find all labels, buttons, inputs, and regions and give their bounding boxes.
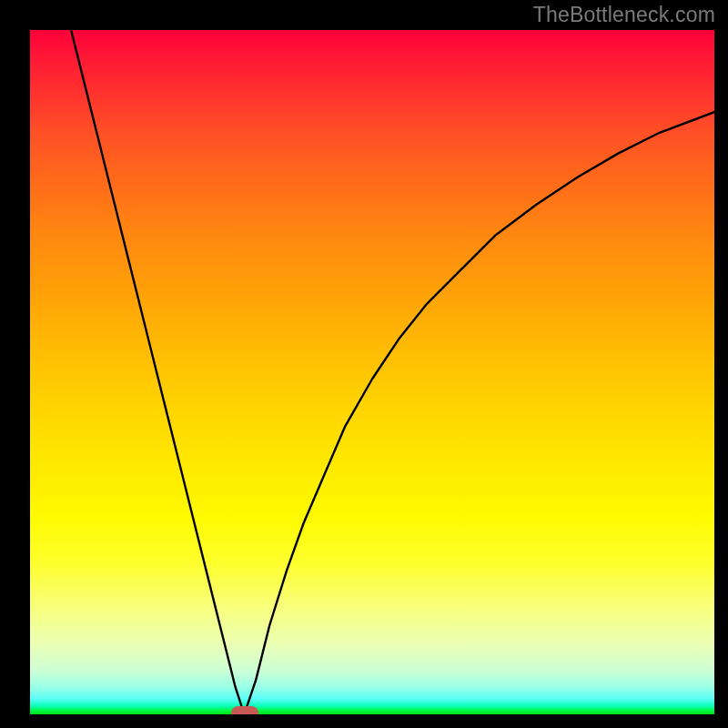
- minimum-marker: [231, 706, 258, 714]
- bottleneck-curve: [30, 30, 714, 714]
- chart-frame: TheBottleneck.com: [0, 0, 728, 728]
- plot-area: [30, 30, 714, 714]
- watermark-label: TheBottleneck.com: [533, 3, 715, 27]
